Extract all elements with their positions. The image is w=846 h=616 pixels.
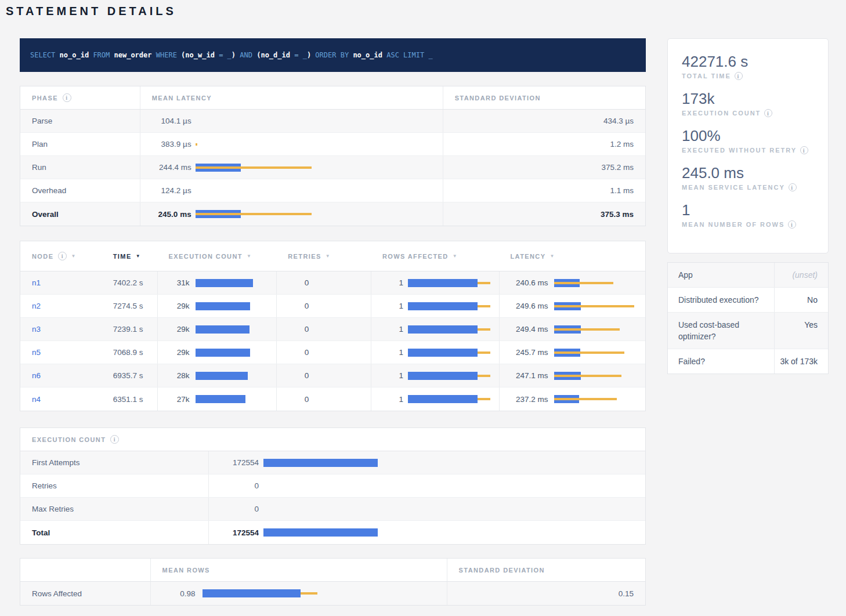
info-icon[interactable]: i <box>800 146 808 154</box>
column-header-node[interactable]: NODEi▼ <box>20 241 100 271</box>
app-row-value: No <box>774 288 828 312</box>
info-icon[interactable]: i <box>764 109 772 117</box>
summary-stats-card: 42271.6 sTOTAL TIMEi173kEXECUTION COUNTi… <box>667 38 829 253</box>
mean-bar <box>196 395 245 403</box>
mean-bar <box>263 528 378 537</box>
mean-bar <box>408 372 478 380</box>
stat-value: 100% <box>682 127 828 144</box>
phase-std-dev-value: 1.2 ms <box>443 133 645 155</box>
phase-std-dev-value: 434.3 µs <box>443 110 645 132</box>
execution-count-bar <box>196 372 277 380</box>
app-row-value: 3k of 173k <box>774 349 828 374</box>
std-dev-whisker <box>196 143 197 146</box>
mean-bar <box>408 349 478 357</box>
column-header-mean-latency: MEAN LATENCY <box>140 86 443 109</box>
stat-label-text: EXECUTION COUNT <box>682 110 761 117</box>
column-header-time[interactable]: TIME▼ <box>100 241 157 271</box>
execution-count-table-header: EXECUTION COUNT i <box>20 428 645 451</box>
mean-bar <box>196 279 253 287</box>
info-icon[interactable]: i <box>735 72 743 80</box>
column-header-phase: PHASE i <box>20 86 140 109</box>
execution-count-value: 27k <box>158 395 190 404</box>
latency-bar <box>554 372 646 380</box>
node-table-header: NODEi▼TIME▼EXECUTION COUNT▼RETRIES▼ROWS … <box>20 241 645 271</box>
summary-stat: 173kEXECUTION COUNTi <box>682 90 828 117</box>
info-icon[interactable]: i <box>110 435 119 444</box>
sort-arrow-icon: ▼ <box>549 253 555 259</box>
column-header-retries[interactable]: RETRIES▼ <box>276 241 371 271</box>
column-header-rows-affected[interactable]: ROWS AFFECTED▼ <box>371 241 499 271</box>
sql-statement-text: SELECT no_o_id FROM new_order WHERE (no_… <box>30 51 433 59</box>
stat-label-text: EXECUTED WITHOUT RETRY <box>682 147 797 154</box>
node-link[interactable]: n2 <box>32 302 41 310</box>
std-dev-whisker <box>196 166 312 169</box>
execution-count-value: 0 <box>209 481 259 490</box>
retries-value: 0 <box>277 348 309 357</box>
rows-affected-cell: 1 <box>371 295 499 317</box>
node-link[interactable]: n5 <box>32 348 41 357</box>
mean-latency-value: 124.2 µs <box>140 186 191 195</box>
rows-affected-bar <box>408 349 499 357</box>
execution-count-bar <box>196 349 277 357</box>
execution-count-cell: 29k <box>157 295 277 317</box>
rows-affected-value: 1 <box>371 395 403 404</box>
summary-stat: 100%EXECUTED WITHOUT RETRYi <box>682 127 828 154</box>
execution-count-bar <box>263 528 645 537</box>
node-link[interactable]: n6 <box>32 371 41 380</box>
execution-count-value-cell: 0 <box>208 498 645 520</box>
rows-affected-label: Rows Affected <box>20 582 150 605</box>
std-dev-whisker <box>554 375 621 377</box>
latency-bar <box>196 187 443 195</box>
latency-bar <box>196 210 443 218</box>
info-icon[interactable]: i <box>788 220 796 229</box>
phase-table-header: PHASE i MEAN LATENCY STANDARD DEVIATION <box>20 86 645 110</box>
info-icon[interactable]: i <box>58 252 67 260</box>
node-cell: n3 <box>20 318 100 340</box>
sort-arrow-icon: ▼ <box>71 253 76 259</box>
stat-label: MEAN SERVICE LATENCYi <box>682 183 828 191</box>
mean-bar <box>408 395 478 403</box>
phase-table-body: Parse104.1 µs434.3 µsPlan383.9 µs1.2 msR… <box>20 110 645 226</box>
execution-count-row: Total172554 <box>20 521 645 544</box>
phase-mean-latency-cell: 383.9 µs <box>140 133 443 155</box>
time-value: 7402.2 s <box>100 271 157 294</box>
mean-bar <box>196 372 248 380</box>
retries-value: 0 <box>277 302 309 310</box>
sql-token: ASC LIMIT <box>386 51 428 59</box>
rows-affected-bar <box>408 325 499 334</box>
phase-label: Parse <box>20 110 140 132</box>
stat-value: 173k <box>682 90 828 107</box>
info-icon[interactable]: i <box>789 183 797 191</box>
rows-affected-row: Rows Affected0.980.15 <box>20 582 645 605</box>
phase-row: Run244.4 ms375.2 ms <box>20 156 645 179</box>
phase-label: Overall <box>20 202 140 226</box>
info-icon[interactable]: i <box>63 93 71 102</box>
mean-latency-value: 383.9 µs <box>140 140 191 148</box>
node-link[interactable]: n1 <box>32 278 41 287</box>
sql-token: ORDER BY <box>315 51 353 59</box>
sort-arrow-icon: ▼ <box>453 253 458 259</box>
std-dev-whisker <box>554 282 613 284</box>
latency-bar <box>554 349 646 357</box>
sql-token: AND <box>240 51 256 59</box>
phase-label: Plan <box>20 133 140 155</box>
node-link[interactable]: n4 <box>32 395 41 404</box>
latency-bar <box>196 140 443 148</box>
sql-token: SELECT <box>30 51 60 59</box>
node-link[interactable]: n3 <box>32 325 41 334</box>
rows-affected-bar <box>408 302 499 310</box>
column-header-execution-count[interactable]: EXECUTION COUNT▼ <box>157 241 277 271</box>
phase-row: Parse104.1 µs434.3 µs <box>20 110 645 133</box>
node-cell: n4 <box>20 387 100 411</box>
mean-bar <box>196 302 250 310</box>
node-cell: n1 <box>20 271 100 294</box>
node-cell: n6 <box>20 364 100 387</box>
app-details-table: App(unset)Distributed execution?NoUsed c… <box>667 262 829 374</box>
execution-count-bar <box>263 505 645 513</box>
latency-value: 249.4 ms <box>500 325 548 334</box>
latency-bar <box>554 395 646 403</box>
latency-bar <box>196 164 443 172</box>
sql-token: (no_d_id <box>256 51 294 59</box>
sql-token: no_o_id <box>60 51 93 59</box>
column-header-latency[interactable]: LATENCY▼ <box>498 241 645 271</box>
